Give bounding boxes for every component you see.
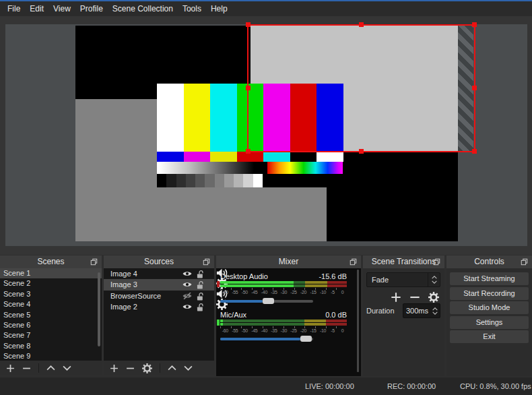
volume-slider-handle[interactable]: [300, 336, 312, 342]
selection-handle[interactable]: [246, 22, 251, 27]
source-row[interactable]: Image 3: [104, 279, 214, 290]
add-source-button[interactable]: [110, 364, 119, 373]
source-properties-gear-icon[interactable]: [142, 363, 152, 373]
live-timer: LIVE: 00:00:00: [305, 382, 354, 390]
channel-name: Mic/Aux: [220, 311, 246, 319]
source-list: Image 4 Image 3 BrowserSource Image 2: [104, 268, 214, 361]
db-tick-label: -50: [240, 290, 250, 295]
chevron-down-icon: [432, 311, 438, 315]
menu-item[interactable]: Scene Collection: [108, 1, 178, 16]
sources-panel: Sources Image 4 Image 3 BrowserSource: [104, 255, 214, 375]
rainbow-gradient-strip: [267, 162, 343, 174]
scene-row[interactable]: Scene 3: [0, 289, 102, 299]
lock-icon[interactable]: [197, 281, 204, 289]
chevron-up-icon: [432, 276, 437, 279]
remove-transition-button[interactable]: [409, 292, 420, 303]
move-source-up-button[interactable]: [168, 365, 176, 371]
volume-slider[interactable]: [220, 336, 313, 342]
lock-icon[interactable]: [197, 270, 204, 278]
channel-name: Desktop Audio: [220, 272, 268, 280]
volume-slider-handle[interactable]: [263, 298, 274, 304]
menu-item[interactable]: Edit: [25, 1, 48, 16]
rec-timer: REC: 00:00:00: [387, 382, 436, 390]
transition-properties-gear-icon[interactable]: [428, 292, 439, 303]
scene-row[interactable]: Scene 5: [0, 310, 102, 320]
source-row[interactable]: Image 2: [104, 301, 214, 312]
scene-row[interactable]: Scene 9: [0, 351, 102, 361]
scene-row[interactable]: Scene 8: [0, 341, 102, 351]
db-tick-label: -40: [259, 290, 269, 295]
lock-icon[interactable]: [197, 303, 204, 311]
menu-item[interactable]: File: [3, 1, 25, 16]
gray-step: [243, 174, 253, 187]
scene-row[interactable]: Scene 2: [0, 278, 102, 288]
gray-step: [157, 174, 166, 187]
move-source-down-button[interactable]: [184, 365, 193, 371]
lock-icon[interactable]: [197, 293, 204, 301]
scene-row[interactable]: Scene 1: [0, 268, 102, 278]
preview-canvas[interactable]: [5, 24, 527, 246]
visibility-eye-icon[interactable]: [182, 270, 192, 277]
add-transition-button[interactable]: [391, 292, 401, 303]
menu-item[interactable]: Tools: [178, 1, 206, 16]
remove-scene-button[interactable]: [22, 364, 31, 373]
db-tick-label: -15: [308, 328, 319, 333]
menu-bar: FileEditViewProfileScene CollectionTools…: [0, 1, 532, 16]
color-bar: [290, 152, 317, 162]
source-row[interactable]: Image 4: [104, 268, 214, 279]
duration-label: Duration: [366, 303, 395, 318]
scene-list-scrollbar[interactable]: [98, 272, 100, 346]
transition-select[interactable]: Fade: [366, 272, 440, 287]
db-tick-label: -55: [230, 328, 240, 333]
gray-step: [176, 174, 186, 187]
remove-source-button[interactable]: [126, 364, 135, 373]
obs-window: FileEditViewProfileScene CollectionTools…: [0, 0, 532, 395]
gray-step: [234, 174, 243, 187]
gray-step: [224, 174, 234, 187]
selection-handle[interactable]: [472, 86, 477, 90]
control-button[interactable]: Settings: [450, 316, 529, 329]
db-scale: -60-55-50-45-40-35-30-25-20-15-10-50: [220, 290, 347, 295]
db-tick-label: -30: [279, 290, 289, 295]
selection-handle[interactable]: [359, 149, 364, 154]
selection-handle[interactable]: [246, 149, 251, 154]
selection-handle[interactable]: [246, 86, 251, 90]
scene-row[interactable]: Scene 4: [0, 299, 102, 309]
duration-spin-buttons[interactable]: [431, 305, 439, 317]
menu-item[interactable]: Profile: [75, 1, 108, 16]
source-row[interactable]: BrowserSource: [104, 291, 214, 301]
grayscale-gradient-strip: [157, 162, 267, 174]
control-button[interactable]: Studio Mode: [450, 301, 529, 314]
transitions-panel-title: Scene Transitions: [372, 257, 436, 266]
move-scene-up-button[interactable]: [46, 365, 55, 371]
mixer-scrollbar[interactable]: [357, 270, 359, 372]
db-tick-label: -60: [220, 290, 230, 295]
selection-handle[interactable]: [359, 22, 364, 27]
move-scene-down-button[interactable]: [63, 365, 71, 371]
scene-row[interactable]: Scene 6: [0, 320, 102, 330]
scene-transitions-panel: Scene Transitions Fade Duration 300ms: [363, 255, 444, 376]
control-button[interactable]: Start Recording: [450, 287, 529, 300]
selection-box[interactable]: [247, 24, 475, 152]
popout-icon: [203, 258, 210, 266]
volume-slider[interactable]: [220, 298, 313, 305]
duration-spinbox[interactable]: 300ms: [403, 303, 440, 318]
visibility-eye-icon[interactable]: [182, 303, 192, 310]
control-button[interactable]: Start Streaming: [450, 272, 529, 285]
selection-handle[interactable]: [472, 22, 477, 27]
visibility-eye-slash-icon[interactable]: [182, 293, 192, 299]
status-bar: LIVE: 00:00:00 REC: 00:00:00 CPU: 0.8%, …: [0, 377, 532, 395]
visibility-eye-icon[interactable]: [182, 281, 192, 288]
combo-spinner[interactable]: [428, 273, 440, 286]
color-bar: [184, 84, 211, 152]
menu-item[interactable]: Help: [206, 1, 232, 16]
add-scene-button[interactable]: [6, 364, 15, 373]
selection-handle[interactable]: [472, 149, 477, 154]
gray-step: [205, 174, 214, 187]
db-tick-label: -55: [230, 290, 240, 295]
menu-item[interactable]: View: [48, 1, 75, 16]
color-bar: [210, 84, 237, 152]
popout-icon: [350, 258, 357, 266]
scene-row[interactable]: Scene 7: [0, 330, 102, 340]
control-button[interactable]: Exit: [450, 330, 529, 343]
